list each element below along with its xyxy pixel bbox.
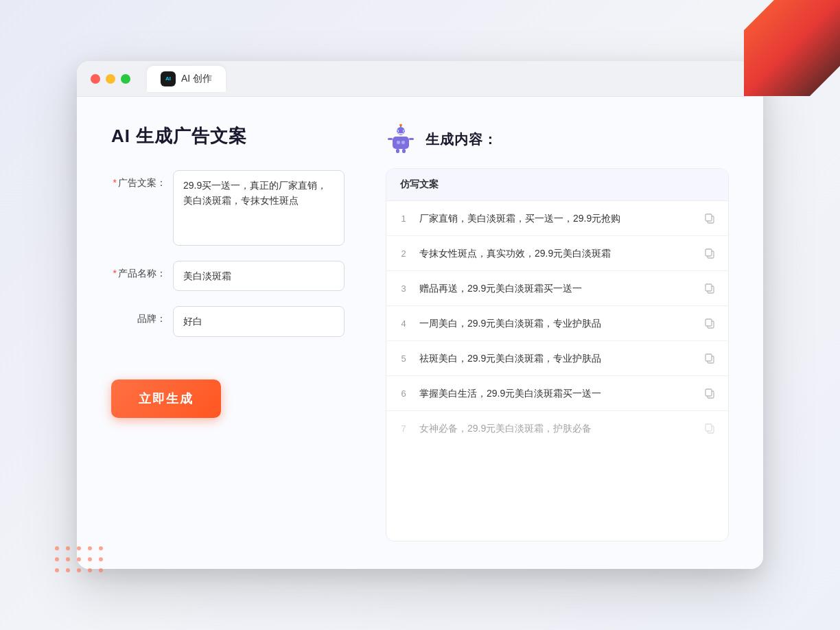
svg-rect-9 — [397, 141, 400, 144]
maximize-button[interactable] — [121, 74, 130, 84]
svg-rect-20 — [705, 284, 712, 291]
svg-rect-18 — [705, 249, 712, 256]
minimize-button[interactable] — [106, 74, 115, 84]
svg-point-6 — [397, 130, 398, 132]
copy-icon[interactable] — [702, 351, 717, 366]
row-number: 6 — [397, 388, 410, 399]
svg-rect-28 — [705, 424, 712, 431]
title-bar: AI 创作 — [77, 61, 763, 97]
product-name-required: * — [113, 268, 117, 279]
row-text: 专抹女性斑点，真实功效，29.9元美白淡斑霜 — [419, 246, 692, 261]
svg-rect-26 — [705, 389, 712, 396]
svg-rect-11 — [388, 138, 393, 140]
row-number: 4 — [397, 318, 410, 329]
svg-rect-16 — [705, 214, 712, 221]
ai-tab[interactable]: AI 创作 — [147, 66, 226, 92]
table-row: 7 女神必备，29.9元美白淡斑霜，护肤必备 — [386, 411, 728, 445]
brand-label: 品牌： — [111, 306, 166, 325]
row-number: 5 — [397, 353, 410, 364]
right-title: 生成内容： — [425, 130, 498, 149]
window-controls — [91, 74, 130, 84]
row-text: 厂家直销，美白淡斑霜，买一送一，29.9元抢购 — [419, 211, 692, 226]
svg-rect-13 — [396, 149, 399, 153]
ad-copy-group: *广告文案： — [111, 170, 345, 246]
page-title: AI 生成广告文案 — [111, 124, 345, 148]
copy-icon[interactable] — [702, 421, 717, 436]
svg-rect-3 — [393, 137, 409, 149]
row-number: 2 — [397, 248, 410, 259]
right-header: 生成内容： — [386, 124, 729, 154]
svg-rect-22 — [705, 319, 712, 326]
row-text: 女神必备，29.9元美白淡斑霜，护肤必备 — [419, 421, 692, 436]
robot-icon — [386, 124, 416, 154]
row-number: 3 — [397, 283, 410, 294]
row-text: 祛斑美白，29.9元美白淡斑霜，专业护肤品 — [419, 351, 692, 366]
table-row: 4 一周美白，29.9元美白淡斑霜，专业护肤品 — [386, 306, 728, 341]
product-name-input[interactable] — [173, 261, 345, 291]
copy-icon[interactable] — [702, 316, 717, 331]
product-name-label: *产品名称： — [111, 261, 166, 280]
table-row: 5 祛斑美白，29.9元美白淡斑霜，专业护肤品 — [386, 341, 728, 376]
copy-icon[interactable] — [702, 211, 717, 226]
tab-label: AI 创作 — [181, 73, 212, 85]
ad-copy-label: *广告文案： — [111, 170, 166, 189]
svg-rect-8 — [397, 133, 404, 135]
browser-window: AI 创作 AI 生成广告文案 *广告文案： *产品名称： — [77, 61, 763, 569]
brand-input[interactable] — [173, 306, 345, 336]
results-rows: 1 厂家直销，美白淡斑霜，买一送一，29.9元抢购 2 专抹女性斑点，真实功效，… — [386, 201, 728, 445]
row-text: 赠品再送，29.9元美白淡斑霜买一送一 — [419, 281, 692, 296]
copy-icon[interactable] — [702, 386, 717, 401]
close-button[interactable] — [91, 74, 100, 84]
ad-copy-input[interactable] — [173, 170, 345, 246]
brand-group: 品牌： — [111, 306, 345, 336]
right-panel: 生成内容： 仿写文案 1 厂家直销，美白淡斑霜，买一送一，29.9元抢购 2 专… — [386, 124, 729, 541]
copy-icon[interactable] — [702, 246, 717, 261]
table-row: 2 专抹女性斑点，真实功效，29.9元美白淡斑霜 — [386, 236, 728, 271]
table-header: 仿写文案 — [386, 169, 728, 201]
row-text: 一周美白，29.9元美白淡斑霜，专业护肤品 — [419, 316, 692, 331]
product-name-group: *产品名称： — [111, 261, 345, 291]
table-row: 1 厂家直销，美白淡斑霜，买一送一，29.9元抢购 — [386, 201, 728, 236]
table-row: 6 掌握美白生活，29.9元美白淡斑霜买一送一 — [386, 376, 728, 411]
svg-point-2 — [399, 124, 402, 126]
row-number: 7 — [397, 423, 410, 434]
row-text: 掌握美白生活，29.9元美白淡斑霜买一送一 — [419, 386, 692, 401]
left-panel: AI 生成广告文案 *广告文案： *产品名称： 品牌： 立 — [111, 124, 345, 541]
svg-point-7 — [404, 130, 405, 132]
svg-rect-24 — [705, 354, 712, 361]
svg-rect-12 — [409, 138, 414, 140]
svg-rect-10 — [401, 141, 405, 144]
ai-tab-icon — [161, 71, 176, 86]
results-table: 仿写文案 1 厂家直销，美白淡斑霜，买一送一，29.9元抢购 2 专抹女性斑点，… — [386, 168, 729, 541]
generate-button[interactable]: 立即生成 — [111, 380, 221, 418]
ad-copy-required: * — [113, 177, 117, 188]
main-content: AI 生成广告文案 *广告文案： *产品名称： 品牌： 立 — [77, 97, 763, 569]
row-number: 1 — [397, 213, 410, 224]
copy-icon[interactable] — [702, 281, 717, 296]
svg-rect-14 — [402, 149, 406, 153]
table-row: 3 赠品再送，29.9元美白淡斑霜买一送一 — [386, 271, 728, 306]
